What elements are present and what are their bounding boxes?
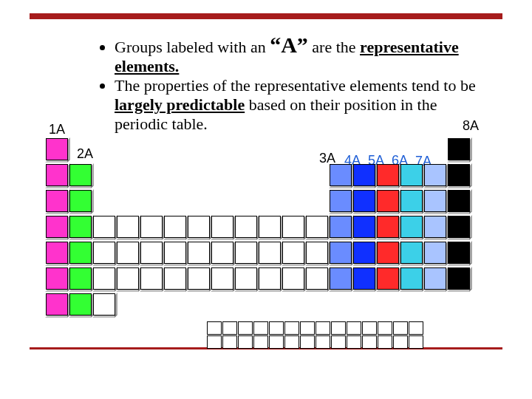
cell-r3-c4 bbox=[140, 216, 163, 238]
bullet1-quote-A: “A” bbox=[270, 33, 308, 57]
label-8A: 8A bbox=[463, 118, 479, 134]
cell-r2-c12 bbox=[330, 190, 352, 212]
fcell-r1-c13 bbox=[409, 335, 423, 349]
fcell-r1-c0 bbox=[207, 335, 222, 349]
cell-r4-c4 bbox=[140, 242, 163, 264]
fcell-r1-c8 bbox=[331, 335, 346, 349]
cell-r2-c13 bbox=[353, 190, 375, 212]
fcell-r0-c6 bbox=[300, 321, 315, 335]
cell-r3-c17 bbox=[448, 216, 470, 238]
cell-r4-c3 bbox=[117, 242, 139, 264]
cell-r3-c11 bbox=[306, 216, 328, 238]
cell-r1-c16 bbox=[424, 164, 446, 186]
cell-r3-c14 bbox=[377, 216, 399, 238]
fcell-r0-c4 bbox=[269, 321, 284, 335]
cell-r4-c0 bbox=[46, 242, 68, 264]
cell-r5-c6 bbox=[188, 267, 210, 290]
cell-r4-c17 bbox=[448, 242, 470, 264]
cell-r0-c0 bbox=[46, 138, 68, 160]
fcell-r0-c13 bbox=[409, 321, 423, 335]
cell-r2-c17 bbox=[448, 190, 470, 212]
fcell-r0-c10 bbox=[362, 321, 377, 335]
cell-r1-c14 bbox=[377, 164, 399, 186]
cell-r0-c17 bbox=[448, 138, 470, 160]
cell-r5-c2 bbox=[93, 267, 115, 290]
fcell-r1-c10 bbox=[362, 335, 377, 349]
cell-r5-c0 bbox=[46, 267, 68, 290]
cell-r5-c8 bbox=[235, 267, 257, 290]
cell-r5-c14 bbox=[377, 267, 399, 290]
cell-r1-c0 bbox=[46, 164, 68, 186]
fcell-r1-c5 bbox=[284, 335, 299, 349]
cell-r6-c2 bbox=[93, 293, 115, 316]
label-1A: 1A bbox=[49, 122, 65, 137]
cell-r5-c1 bbox=[69, 267, 92, 290]
fcell-r1-c11 bbox=[378, 335, 392, 349]
fcell-r1-c12 bbox=[393, 335, 408, 349]
bullet1-post: are the bbox=[312, 38, 360, 56]
cell-r3-c0 bbox=[46, 216, 68, 238]
cell-r5-c10 bbox=[282, 267, 304, 290]
fcell-r0-c9 bbox=[347, 321, 361, 335]
cell-r3-c2 bbox=[93, 216, 115, 238]
cell-r2-c16 bbox=[424, 190, 446, 212]
cell-r1-c13 bbox=[353, 164, 375, 186]
fcell-r1-c9 bbox=[347, 335, 361, 349]
cell-r2-c14 bbox=[377, 190, 399, 212]
fcell-r1-c3 bbox=[253, 335, 268, 349]
cell-r3-c7 bbox=[211, 216, 233, 238]
fcell-r1-c7 bbox=[316, 335, 330, 349]
cell-r4-c1 bbox=[69, 242, 92, 264]
cell-r4-c15 bbox=[400, 242, 423, 264]
label-2A: 2A bbox=[77, 146, 93, 162]
cell-r3-c15 bbox=[400, 216, 423, 238]
cell-r4-c10 bbox=[282, 242, 304, 264]
cell-r6-c0 bbox=[46, 293, 68, 316]
cell-r3-c9 bbox=[259, 216, 281, 238]
cell-r1-c15 bbox=[400, 164, 423, 186]
fcell-r1-c1 bbox=[222, 335, 237, 349]
cell-r4-c6 bbox=[188, 242, 210, 264]
cell-r2-c1 bbox=[69, 190, 92, 212]
cell-r3-c6 bbox=[188, 216, 210, 238]
fcell-r0-c7 bbox=[316, 321, 330, 335]
cell-r5-c4 bbox=[140, 267, 163, 290]
cell-r3-c3 bbox=[117, 216, 139, 238]
cell-r5-c9 bbox=[259, 267, 281, 290]
fcell-r0-c5 bbox=[284, 321, 299, 335]
fcell-r0-c0 bbox=[207, 321, 222, 335]
top-accent-bar bbox=[30, 13, 502, 19]
fcell-r1-c6 bbox=[300, 335, 315, 349]
cell-r5-c16 bbox=[424, 267, 446, 290]
cell-r1-c12 bbox=[330, 164, 352, 186]
cell-r6-c1 bbox=[69, 293, 92, 316]
fcell-r0-c11 bbox=[378, 321, 392, 335]
cell-r3-c16 bbox=[424, 216, 446, 238]
cell-r4-c13 bbox=[353, 242, 375, 264]
cell-r3-c5 bbox=[164, 216, 186, 238]
cell-r4-c5 bbox=[164, 242, 186, 264]
cell-r5-c5 bbox=[164, 267, 186, 290]
cell-r4-c9 bbox=[259, 242, 281, 264]
cell-r3-c13 bbox=[353, 216, 375, 238]
fcell-r0-c1 bbox=[222, 321, 237, 335]
fcell-r0-c12 bbox=[393, 321, 408, 335]
cell-r2-c15 bbox=[400, 190, 423, 212]
fcell-r1-c2 bbox=[238, 335, 253, 349]
cell-r5-c13 bbox=[353, 267, 375, 290]
cell-r1-c1 bbox=[69, 164, 92, 186]
cell-r4-c14 bbox=[377, 242, 399, 264]
cell-r4-c12 bbox=[330, 242, 352, 264]
cell-r3-c1 bbox=[69, 216, 92, 238]
cell-r3-c12 bbox=[330, 216, 352, 238]
cell-r4-c16 bbox=[424, 242, 446, 264]
cell-r3-c8 bbox=[235, 216, 257, 238]
cell-r3-c10 bbox=[282, 216, 304, 238]
cell-r1-c17 bbox=[448, 164, 470, 186]
cell-r5-c11 bbox=[306, 267, 328, 290]
cell-r4-c7 bbox=[211, 242, 233, 264]
cell-r5-c3 bbox=[117, 267, 139, 290]
bullet1-pre: Groups labeled with an bbox=[115, 38, 270, 56]
fcell-r0-c3 bbox=[253, 321, 268, 335]
cell-r4-c8 bbox=[235, 242, 257, 264]
